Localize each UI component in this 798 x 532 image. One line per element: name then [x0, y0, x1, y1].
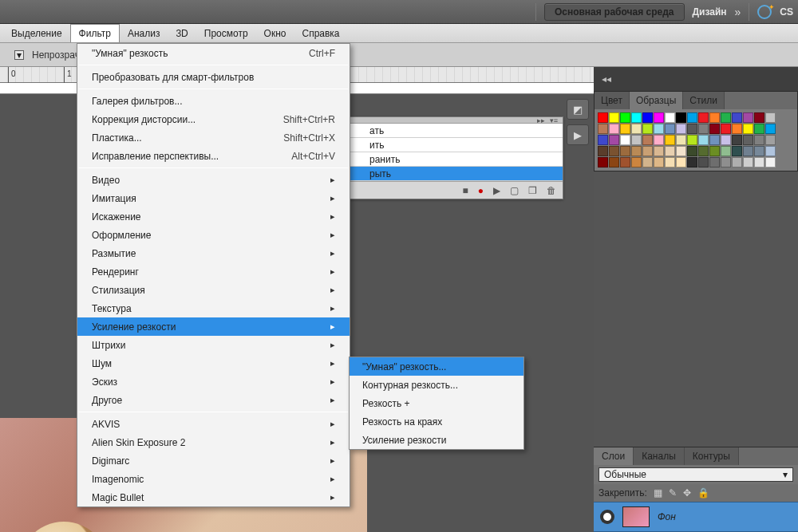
swatch-cell[interactable] [631, 135, 642, 145]
swatch-cell[interactable] [743, 146, 753, 156]
swatch-cell[interactable] [598, 124, 608, 134]
filter-cat-render[interactable]: Рендеринг [77, 262, 350, 281]
menu-selection[interactable]: Выделение [3, 24, 70, 42]
tab-layers[interactable]: Слои [594, 447, 634, 465]
panel-menu-icon[interactable]: ▾≡ [550, 116, 558, 124]
record-icon[interactable]: ● [478, 185, 484, 196]
filter-vanishing-point[interactable]: Исправление перспективы...Alt+Ctrl+V [77, 147, 350, 165]
visibility-toggle-icon[interactable] [600, 510, 614, 524]
swatch-cell[interactable] [665, 112, 675, 123]
swatch-cell[interactable] [676, 146, 686, 156]
swatch-cell[interactable] [676, 112, 686, 123]
swatch-cell[interactable] [754, 124, 764, 134]
filter-convert-smart[interactable]: Преобразовать для смарт-фильтров [77, 68, 350, 86]
filter-cat-blur[interactable]: Размытие [77, 244, 350, 262]
swatch-cell[interactable] [698, 157, 709, 167]
swatch-cell[interactable] [620, 146, 630, 156]
swatch-cell[interactable] [743, 124, 753, 134]
swatch-cell[interactable] [654, 146, 664, 156]
filter-cat-distort[interactable]: Искажение [77, 207, 350, 226]
panel-collapse-icon[interactable]: ▸▸ [537, 116, 545, 124]
swatch-cell[interactable] [721, 112, 731, 123]
swatch-cell[interactable] [698, 135, 709, 145]
swatch-cell[interactable] [709, 157, 720, 167]
filter-cat-stylize[interactable]: Стилизация [77, 281, 350, 299]
menu-3d[interactable]: 3D [168, 24, 196, 42]
swatch-cell[interactable] [665, 157, 675, 167]
workspace-switcher-active[interactable]: Основная рабочая среда [544, 3, 685, 21]
swatch-cell[interactable] [654, 124, 664, 134]
menu-analysis[interactable]: Анализ [120, 24, 168, 42]
swatch-cell[interactable] [676, 124, 686, 134]
swatch-cell[interactable] [687, 157, 697, 167]
swatch-cell[interactable] [631, 124, 642, 134]
sharpen-unsharp[interactable]: Контурная резкость... [350, 376, 523, 394]
tab-channels[interactable]: Каналы [634, 447, 685, 465]
swatch-cell[interactable] [721, 157, 731, 167]
new-set-icon[interactable]: ▢ [510, 185, 519, 196]
swatch-cell[interactable] [709, 146, 720, 156]
swatch-cell[interactable] [765, 112, 776, 123]
action-item[interactable]: ать [350, 124, 563, 138]
swatch-cell[interactable] [676, 135, 686, 145]
swatch-cell[interactable] [609, 157, 619, 167]
filter-cat-sketch[interactable]: Эскиз [77, 372, 350, 391]
play-icon[interactable]: ▶ [493, 185, 500, 196]
sharpen-edges[interactable]: Резкость на краях [350, 412, 523, 431]
lock-brush-icon[interactable]: ✎ [669, 487, 677, 499]
lock-pixels-icon[interactable]: ▦ [654, 487, 662, 499]
stop-icon[interactable]: ■ [463, 185, 468, 196]
filter-cat-artistic[interactable]: Имитация [77, 189, 350, 207]
action-item[interactable]: ить [350, 138, 563, 152]
menu-view[interactable]: Просмотр [196, 24, 256, 42]
filter-gallery[interactable]: Галерея фильтров... [77, 92, 350, 110]
filter-plugin-digimarc[interactable]: Digimarc [77, 451, 350, 470]
filter-cat-sharpen[interactable]: Усиление резкости [77, 317, 350, 336]
tab-paths[interactable]: Контуры [685, 447, 739, 465]
filter-lens-correction[interactable]: Коррекция дисторсии...Shift+Ctrl+R [77, 110, 350, 128]
layer-thumbnail[interactable] [622, 506, 650, 527]
swatch-cell[interactable] [721, 124, 731, 134]
lock-move-icon[interactable]: ✥ [683, 487, 691, 499]
swatch-cell[interactable] [687, 112, 697, 123]
swatch-cell[interactable] [743, 135, 753, 145]
swatch-cell[interactable] [687, 124, 697, 134]
swatch-cell[interactable] [721, 135, 731, 145]
trash-icon[interactable]: 🗑 [547, 185, 556, 196]
swatch-cell[interactable] [609, 135, 619, 145]
swatch-cell[interactable] [754, 157, 764, 167]
swatch-cell[interactable] [765, 157, 776, 167]
swatch-cell[interactable] [687, 135, 697, 145]
swatch-cell[interactable] [709, 112, 720, 123]
swatch-cell[interactable] [598, 112, 608, 123]
filter-plugin-akvis[interactable]: AKVIS [77, 415, 350, 433]
navigator-panel-icon[interactable]: ▶ [567, 124, 589, 145]
swatch-cell[interactable] [709, 124, 720, 134]
menu-window[interactable]: Окно [256, 24, 294, 42]
filter-plugin-imagenomic[interactable]: Imagenomic [77, 470, 350, 488]
tool-preset-picker[interactable]: ▾ [14, 50, 24, 60]
swatch-cell[interactable] [754, 135, 764, 145]
swatch-cell[interactable] [620, 112, 630, 123]
tab-color[interactable]: Цвет [595, 92, 630, 109]
swatch-cell[interactable] [732, 135, 742, 145]
histogram-panel-icon[interactable]: ◩ [567, 99, 589, 120]
swatch-cell[interactable] [765, 124, 776, 134]
swatch-cell[interactable] [665, 146, 675, 156]
swatch-cell[interactable] [732, 157, 742, 167]
filter-plugin-magicbullet[interactable]: Magic Bullet [77, 488, 350, 506]
swatch-cell[interactable] [654, 135, 664, 145]
swatch-cell[interactable] [631, 157, 642, 167]
swatch-cell[interactable] [642, 157, 653, 167]
swatch-cell[interactable] [620, 135, 630, 145]
swatch-cell[interactable] [609, 124, 619, 134]
cs-live-icon[interactable] [757, 5, 772, 19]
swatch-cell[interactable] [642, 112, 653, 123]
filter-cat-pixelate[interactable]: Оформление [77, 226, 350, 244]
swatch-cell[interactable] [721, 146, 731, 156]
more-workspaces-icon[interactable]: » [735, 6, 741, 18]
swatch-cell[interactable] [698, 146, 709, 156]
swatch-cell[interactable] [642, 135, 653, 145]
sharpen-smart[interactable]: "Умная" резкость... [350, 357, 523, 376]
swatch-cell[interactable] [754, 146, 764, 156]
